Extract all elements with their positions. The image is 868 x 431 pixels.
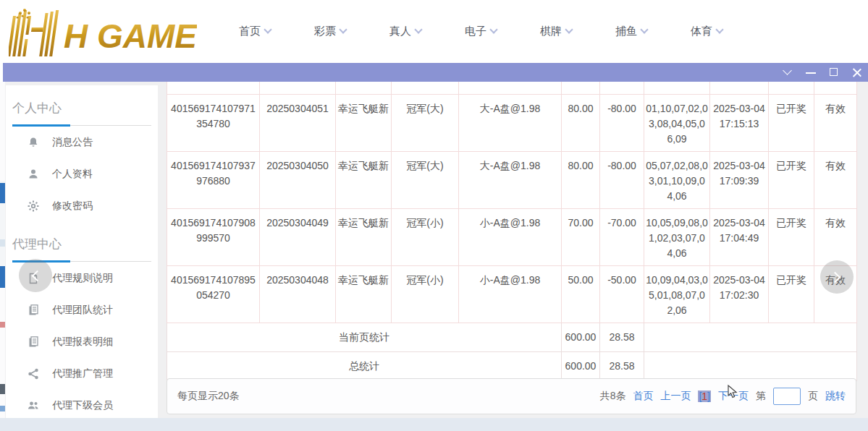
jump-label-post: 页: [808, 390, 818, 403]
minimize-icon[interactable]: [806, 67, 816, 77]
cell-amount: 80.00: [562, 94, 600, 151]
sidebar-item-agent-team-stats[interactable]: 代理团队统计: [6, 295, 158, 325]
cell-numbers: 05,07,02,08,03,01,10,09,04,06: [644, 151, 710, 208]
sidebar-item-agent-promo[interactable]: 代理推广管理: [6, 359, 158, 389]
cell-order: 401569174107937976880: [167, 151, 260, 208]
cell-period: 20250304051: [260, 94, 336, 151]
table-row: 401569174107908999570 20250304049 幸运飞艇新 …: [167, 208, 857, 265]
cell-bet-type: 冠军(大): [392, 151, 459, 208]
sidebar-item-agent-members[interactable]: 代理下级会员: [6, 391, 158, 421]
nav-item-sports[interactable]: 体育: [669, 25, 744, 38]
maximize-icon[interactable]: [829, 67, 839, 77]
collapse-icon[interactable]: [783, 67, 793, 77]
cell-bet-type: 冠军(大): [392, 94, 459, 151]
cell-period: 20250304048: [260, 265, 336, 323]
cell-content: 小-A盘@1.98: [459, 208, 562, 265]
panel-expand-button[interactable]: [820, 260, 854, 294]
chevron-left-icon: [32, 270, 43, 281]
sidebar-item-profile[interactable]: 个人资料: [6, 159, 158, 189]
table-row: 401569174107895054270 20250304048 幸运飞艇新 …: [167, 265, 857, 323]
chevron-down-icon: [640, 25, 648, 33]
main-nav: 首页 彩票 真人 电子 棋牌 捕鱼 体育: [217, 0, 744, 62]
first-page-link[interactable]: 首页: [633, 390, 653, 403]
jump-label-pre: 第: [756, 390, 766, 403]
nav-item-fishing[interactable]: 捕鱼: [594, 25, 669, 38]
chevron-right-icon: [830, 271, 841, 283]
page-jump-input[interactable]: [773, 388, 801, 405]
sidebar: 个人中心 消息公告 个人资料 修改密码 代理中心 代理规则说明 代理团队统计 代…: [6, 85, 158, 418]
cell-game: 幸运飞艇新: [336, 265, 392, 323]
app-window: H GAME 首页 彩票 真人 电子 棋牌 捕鱼 体育: [0, 0, 868, 431]
sidebar-item-agent-report[interactable]: 代理报表明细: [6, 327, 158, 357]
summary-label: 当前页统计: [167, 323, 562, 351]
brand-text: H GAME: [64, 17, 197, 55]
sidebar-item-password[interactable]: 修改密码: [6, 191, 158, 221]
user-icon: [28, 168, 39, 180]
cell-bet-type: 冠军(小): [392, 265, 459, 323]
bell-icon: [28, 137, 39, 148]
cell-game: 幸运飞艇新: [336, 208, 392, 265]
cell-game: 幸运飞艇新: [336, 151, 392, 208]
summary-row-total: 总统计 600.00 28.58: [167, 351, 857, 380]
cell-valid: 有效: [814, 94, 857, 151]
gear-icon: [28, 200, 39, 212]
nav-item-chess[interactable]: 棋牌: [518, 25, 594, 38]
pagination-bar: 每页显示20条 共8条 首页 上一页 [1] 下一页 第 页 跳转: [167, 378, 856, 414]
cell-bet-type: 冠军(小): [392, 208, 459, 265]
cell-numbers: 10,05,09,08,01,02,03,07,04,06: [644, 208, 710, 265]
clipboard-icon: [28, 336, 39, 348]
summary-result: 28.58: [600, 323, 644, 351]
sidebar-item-label: 个人资料: [52, 168, 93, 181]
cell-order: 401569174107895054270: [167, 265, 260, 323]
chevron-down-icon: [565, 25, 573, 33]
cell-amount: 50.00: [562, 265, 600, 323]
bottom-strip: [0, 418, 868, 431]
table-row-clipped: [167, 82, 857, 94]
table-row: 401569174107937976880 20250304050 幸运飞艇新 …: [167, 151, 857, 208]
clipboard-icon: [28, 304, 39, 316]
sidebar-item-messages[interactable]: 消息公告: [6, 127, 158, 158]
sidebar-item-label: 代理规则说明: [52, 272, 113, 285]
prev-page-link[interactable]: 上一页: [660, 390, 691, 403]
summary-row-current-page: 当前页统计 600.00 28.58: [167, 323, 857, 351]
cell-valid: 有效: [814, 151, 857, 208]
sidebar-item-label: 代理推广管理: [52, 367, 113, 380]
brand-logo: H GAME: [9, 6, 197, 58]
close-icon[interactable]: [852, 67, 862, 77]
cell-status: 已开奖: [769, 265, 814, 323]
cell-content: 大-A盘@1.98: [459, 151, 562, 208]
sidebar-collapse-button[interactable]: [19, 259, 52, 292]
cell-time: 2025-03-04 17:15:13: [710, 94, 769, 151]
nav-item-home[interactable]: 首页: [217, 25, 292, 38]
sidebar-item-label: 代理下级会员: [52, 399, 113, 412]
nav-item-slots[interactable]: 电子: [443, 25, 518, 38]
cell-order: 401569174107971354780: [167, 94, 260, 151]
nav-item-lottery[interactable]: 彩票: [292, 25, 368, 38]
cell-content: 大-A盘@1.98: [459, 94, 562, 151]
cell-time: 2025-03-04 17:04:49: [710, 208, 769, 265]
summary-amount: 600.00: [562, 323, 600, 351]
sidebar-item-label: 修改密码: [52, 200, 93, 213]
table-row: 401569174107971354780 20250304051 幸运飞艇新 …: [167, 94, 857, 151]
jump-button[interactable]: 跳转: [825, 390, 846, 403]
cell-status: 已开奖: [769, 208, 814, 265]
mouse-cursor: [728, 385, 741, 399]
cell-time: 2025-03-04 17:09:39: [710, 151, 769, 208]
sidebar-section-agent: 代理中心: [12, 236, 151, 262]
sidebar-item-label: 代理团队统计: [52, 304, 113, 317]
cell-result: -80.00: [600, 151, 644, 208]
top-navbar: H GAME 首页 彩票 真人 电子 棋牌 捕鱼 体育: [0, 0, 868, 62]
nav-item-live[interactable]: 真人: [368, 25, 443, 38]
cell-time: 2025-03-04 17:02:30: [710, 265, 769, 323]
window-titlebar: [3, 63, 868, 82]
cell-amount: 70.00: [562, 208, 600, 265]
cell-numbers: 10,09,04,03,05,01,08,07,02,06: [644, 265, 710, 323]
cell-result: -80.00: [600, 94, 644, 151]
chevron-down-icon: [264, 25, 271, 33]
chevron-down-icon: [414, 25, 422, 33]
sidebar-item-label: 代理报表明细: [52, 336, 113, 349]
summary-label: 总统计: [167, 351, 562, 380]
cell-status: 已开奖: [769, 94, 814, 151]
cell-numbers: 01,10,07,02,03,08,04,05,06,09: [644, 94, 710, 151]
total-count-text: 共8条: [600, 390, 626, 403]
